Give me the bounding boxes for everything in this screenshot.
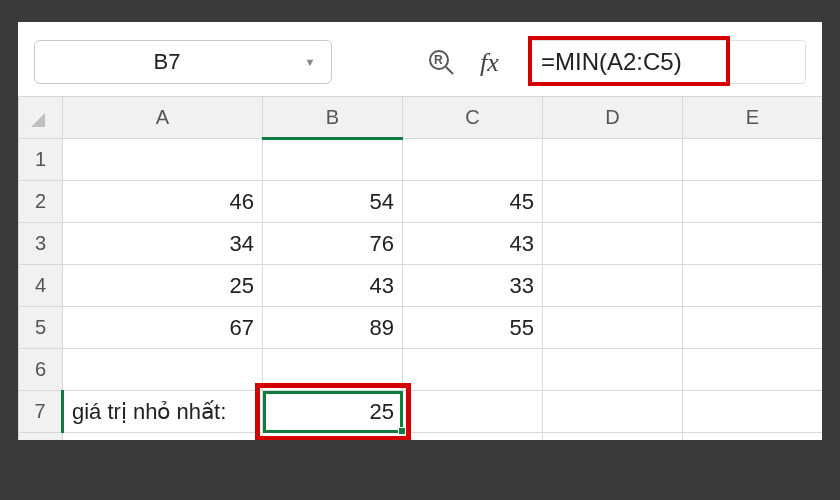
svg-text:fx: fx (480, 48, 499, 77)
cell-B6[interactable] (263, 349, 403, 391)
cell-B1[interactable] (263, 139, 403, 181)
cell-E5[interactable] (683, 307, 823, 349)
cell-A1[interactable] (63, 139, 263, 181)
row-header-3[interactable]: 3 (19, 223, 63, 265)
formula-text: =MIN(A2:C5) (541, 48, 682, 76)
cell-D3[interactable] (543, 223, 683, 265)
fill-handle[interactable] (398, 427, 406, 435)
chevron-down-icon[interactable]: ▼ (299, 56, 321, 68)
fx-icon[interactable]: fx (478, 47, 512, 77)
row-header-4[interactable]: 4 (19, 265, 63, 307)
col-header-B[interactable]: B (263, 97, 403, 139)
cell-E8[interactable] (683, 433, 823, 441)
cell-A8[interactable] (63, 433, 263, 441)
cell-E3[interactable] (683, 223, 823, 265)
cell-D5[interactable] (543, 307, 683, 349)
row-header-5[interactable]: 5 (19, 307, 63, 349)
cell-A4[interactable]: 25 (63, 265, 263, 307)
cell-B2[interactable]: 54 (263, 181, 403, 223)
cell-B7[interactable]: 25 (263, 391, 403, 433)
cell-E1[interactable] (683, 139, 823, 181)
cell-D4[interactable] (543, 265, 683, 307)
cell-E4[interactable] (683, 265, 823, 307)
cell-C7[interactable] (403, 391, 543, 433)
cell-D1[interactable] (543, 139, 683, 181)
grid-table: A B C D E 1 2 46 54 45 3 34 76 43 4 25 4… (18, 96, 822, 440)
cell-C3[interactable]: 43 (403, 223, 543, 265)
zoom-icon[interactable]: R (426, 47, 460, 77)
cell-B3[interactable]: 76 (263, 223, 403, 265)
svg-line-1 (446, 67, 453, 74)
app-window: B7 ▼ R fx =MIN(A2:C5) (16, 20, 824, 480)
cell-E2[interactable] (683, 181, 823, 223)
col-header-C[interactable]: C (403, 97, 543, 139)
svg-text:R: R (434, 53, 443, 67)
bottom-bar (18, 440, 822, 478)
name-box-value: B7 (35, 49, 299, 75)
row-header-2[interactable]: 2 (19, 181, 63, 223)
cell-C6[interactable] (403, 349, 543, 391)
name-box[interactable]: B7 ▼ (34, 40, 332, 84)
cell-C8[interactable] (403, 433, 543, 441)
cell-A6[interactable] (63, 349, 263, 391)
select-all-corner[interactable] (19, 97, 63, 139)
cell-D2[interactable] (543, 181, 683, 223)
cell-D8[interactable] (543, 433, 683, 441)
row-header-7[interactable]: 7 (19, 391, 63, 433)
cell-B8[interactable] (263, 433, 403, 441)
cell-E7[interactable] (683, 391, 823, 433)
column-header-row: A B C D E (19, 97, 823, 139)
cell-A5[interactable]: 67 (63, 307, 263, 349)
cell-B4[interactable]: 43 (263, 265, 403, 307)
col-header-E[interactable]: E (683, 97, 823, 139)
cell-C2[interactable]: 45 (403, 181, 543, 223)
cell-C1[interactable] (403, 139, 543, 181)
formula-bar-area: B7 ▼ R fx =MIN(A2:C5) (18, 22, 822, 96)
row-header-8[interactable]: 8 (19, 433, 63, 441)
col-header-A[interactable]: A (63, 97, 263, 139)
formula-input[interactable]: =MIN(A2:C5) (530, 40, 806, 84)
row-header-1[interactable]: 1 (19, 139, 63, 181)
cell-D6[interactable] (543, 349, 683, 391)
cell-C4[interactable]: 33 (403, 265, 543, 307)
cell-A2[interactable]: 46 (63, 181, 263, 223)
cell-A7[interactable]: giá trị nhỏ nhất: (63, 391, 263, 433)
cell-E6[interactable] (683, 349, 823, 391)
cell-A3[interactable]: 34 (63, 223, 263, 265)
cell-C5[interactable]: 55 (403, 307, 543, 349)
svg-marker-5 (31, 113, 45, 127)
row-header-6[interactable]: 6 (19, 349, 63, 391)
col-header-D[interactable]: D (543, 97, 683, 139)
cell-D7[interactable] (543, 391, 683, 433)
cell-B5[interactable]: 89 (263, 307, 403, 349)
spreadsheet-grid[interactable]: A B C D E 1 2 46 54 45 3 34 76 43 4 25 4… (18, 96, 822, 440)
